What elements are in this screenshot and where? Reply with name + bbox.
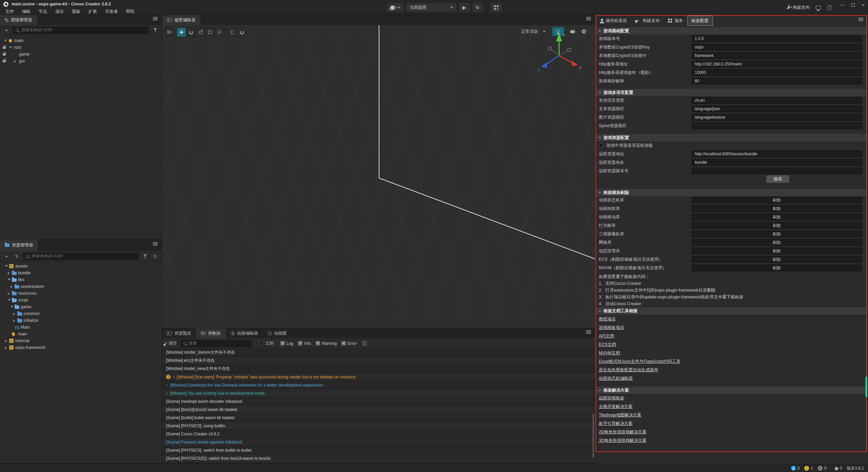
console-log-row[interactable]: !›[Window] [Vue warn]: Property "onInput… xyxy=(162,373,595,381)
panel-menu-icon[interactable] xyxy=(586,17,591,18)
scene-select[interactable]: 当前场景 xyxy=(406,3,457,12)
mode-3d-button[interactable]: 3D xyxy=(165,28,174,37)
tab-hierarchy[interactable]: 层级管理器 xyxy=(0,15,37,25)
chevron-icon[interactable] xyxy=(13,313,15,315)
chevron-icon[interactable] xyxy=(4,40,7,41)
panel-menu-icon[interactable] xyxy=(153,17,158,18)
remove-module-button[interactable]: 剔除 xyxy=(692,256,862,263)
checkbox[interactable] xyxy=(298,341,302,346)
menu-item-节点[interactable]: 节点 xyxy=(35,9,51,15)
tree-node[interactable]: main xyxy=(0,331,162,337)
doc-link[interactable]: MVVM文档 xyxy=(599,350,620,356)
chevron-icon[interactable] xyxy=(5,347,7,349)
chevron-icon[interactable] xyxy=(11,286,12,288)
checkbox[interactable] xyxy=(316,341,320,346)
text-field[interactable]: http://localhost:8083/assets/bundle xyxy=(692,151,862,157)
console-log-row[interactable]: [Window] render_texture文件夹不存在 xyxy=(162,349,595,357)
preview-qr-button[interactable] xyxy=(490,3,502,12)
console-log-row[interactable]: [Window] model_view文件夹不存在 xyxy=(162,365,595,373)
solution-link[interactable]: 新手引导解决方案 xyxy=(599,421,633,427)
orientation-gizmo[interactable]: X Y Z xyxy=(532,31,586,82)
play-button[interactable]: ▶ xyxy=(459,3,470,12)
remove-module-button[interactable]: 剔除 xyxy=(692,222,862,229)
chevron-icon[interactable] xyxy=(14,60,16,63)
tree-node[interactable]: internal xyxy=(0,337,162,344)
remove-module-button[interactable]: 剔除 xyxy=(692,248,862,254)
scale-tool-button[interactable] xyxy=(196,28,205,37)
section-header[interactable]: 游戏资源配置 xyxy=(595,134,867,141)
move-tool-button[interactable] xyxy=(177,28,186,37)
menu-item-扩展[interactable]: 扩展 xyxy=(84,9,101,15)
tree-node[interactable]: seedrandom xyxy=(0,283,162,290)
tab-动画图[interactable]: 动画图 xyxy=(263,328,292,338)
chevron-icon[interactable] xyxy=(5,265,8,267)
platform-select[interactable] xyxy=(387,3,404,12)
inspector-tab-框架配置[interactable]: 框架配置 xyxy=(687,16,713,26)
text-field[interactable]: oops xyxy=(692,44,862,51)
menu-item-帮助[interactable]: 帮助 xyxy=(122,9,139,15)
minimize-button[interactable]: — xyxy=(840,2,845,7)
inspector-tab-属性检查器[interactable]: 属性检查器 xyxy=(597,16,631,26)
menu-item-开发者[interactable]: 开发者 xyxy=(101,9,122,15)
console-log-row[interactable]: [Window] ecs文件夹不存在 xyxy=(162,357,595,365)
tab-动画编辑器[interactable]: 动画编辑器 xyxy=(226,328,263,338)
menu-item-面板[interactable]: 面板 xyxy=(68,9,84,15)
text-field[interactable]: 1.0.5 xyxy=(692,35,862,42)
restart-button[interactable]: ↻ xyxy=(472,3,484,12)
text-field[interactable]: 10000 xyxy=(692,69,862,76)
solution-link[interactable]: 战棋游戏框架 xyxy=(599,395,624,401)
tab-控制台[interactable]: >控制台 xyxy=(196,328,226,338)
remove-module-button[interactable]: 剔除 xyxy=(692,264,862,271)
rect-tool-button[interactable] xyxy=(205,28,214,37)
solution-link[interactable]: 2D角色扮演游戏解决方案 xyxy=(599,429,647,435)
monitor-icon[interactable] xyxy=(816,6,821,9)
info-counter[interactable]: i 3 xyxy=(791,466,800,471)
tab-资源预览[interactable]: 资源预览 xyxy=(162,328,196,338)
close-button[interactable]: × xyxy=(862,2,865,8)
inspector-scrollbar[interactable] xyxy=(865,376,867,397)
filter-Info[interactable]: Info xyxy=(298,341,311,346)
log-file-icon[interactable] xyxy=(363,341,367,346)
tree-node[interactable]: bundle xyxy=(0,270,162,276)
snap-position-button[interactable] xyxy=(228,28,237,37)
build-button[interactable]: 构建发布 xyxy=(788,5,810,11)
ui-transform-tool-button[interactable]: U xyxy=(215,28,224,37)
console-log-row[interactable]: [Scene] [box2d]:box2d wasm lib loaded. xyxy=(162,406,595,414)
section-header[interactable]: 框架解决方案 xyxy=(595,387,867,394)
error-counter[interactable]: × 0 xyxy=(818,466,827,471)
remove-module-button[interactable]: 剔除 xyxy=(692,205,862,212)
tree-node[interactable]: initialize xyxy=(0,317,162,324)
chevron-icon[interactable] xyxy=(8,292,9,295)
text-field[interactable]: framework xyxy=(692,52,862,59)
maximize-button[interactable] xyxy=(851,3,855,7)
section-header[interactable]: 游戏基础配置 xyxy=(595,27,867,35)
checkbox[interactable] xyxy=(259,341,264,346)
doc-link[interactable]: API文档 xyxy=(599,333,614,339)
panel-menu-icon[interactable] xyxy=(153,242,158,243)
save-button[interactable]: 保存 xyxy=(766,175,789,183)
help-icon[interactable]: ? xyxy=(827,5,832,10)
console-log-row[interactable]: [Scene] Cocos Creator v3.8.2 xyxy=(162,430,595,438)
rotate-tool-button[interactable] xyxy=(186,28,195,37)
tree-node[interactable]: common xyxy=(0,310,162,317)
tab-scene-editor[interactable]: 场景编辑器 xyxy=(162,15,200,25)
chevron-icon[interactable] xyxy=(8,299,11,301)
console-log-row[interactable]: [Scene] [PHYSICS]: using builtin. xyxy=(162,422,595,430)
inspector-tab-构建发布[interactable]: 构建发布 xyxy=(631,16,664,26)
refresh-assets-button[interactable]: ↻ xyxy=(152,253,159,260)
scene-viewport[interactable]: 3D U 正常渲染 xyxy=(162,25,595,328)
text-field[interactable]: http://192.168.0.150/main/ xyxy=(692,61,862,67)
console-log-row[interactable]: [Scene] [PHYSICS2D]: switch from box2d-w… xyxy=(162,454,595,463)
hierarchy-search-input[interactable]: 搜索名称或 UUID xyxy=(13,27,149,34)
expand-icon[interactable]: › xyxy=(166,382,167,388)
tree-node[interactable]: oops-framework xyxy=(0,344,162,351)
menu-item-项目[interactable]: 项目 xyxy=(51,9,68,15)
add-asset-button[interactable]: + xyxy=(3,253,10,260)
expand-icon[interactable]: › xyxy=(173,374,174,379)
menu-item-文件[interactable]: 文件 xyxy=(1,9,18,15)
text-field[interactable]: 60 xyxy=(692,78,862,84)
tree-node[interactable]: assets xyxy=(0,263,162,270)
text-field[interactable]: zh,en xyxy=(692,97,862,104)
checkbox[interactable] xyxy=(280,341,285,346)
doc-link[interactable]: Excel格式转Json文件与TypeScript代码工具 xyxy=(599,359,680,365)
